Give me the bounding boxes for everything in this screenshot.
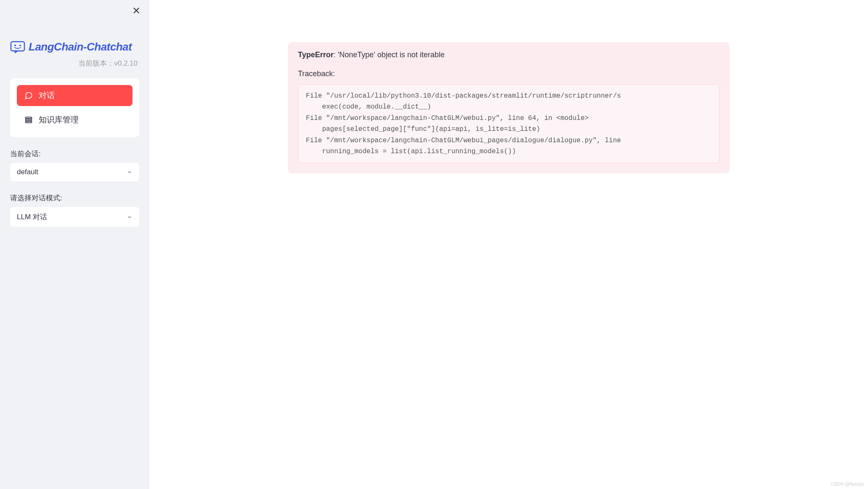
version-info: 当前版本：v0.2.10 bbox=[10, 58, 139, 68]
mode-label: 请选择对话模式: bbox=[10, 193, 139, 203]
error-title: TypeError: 'NoneType' object is not iter… bbox=[298, 50, 719, 59]
svg-point-4 bbox=[19, 45, 21, 46]
svg-rect-6 bbox=[26, 119, 32, 120]
session-select-wrapper: default bbox=[10, 163, 139, 181]
svg-rect-7 bbox=[26, 121, 32, 122]
database-icon bbox=[24, 116, 33, 124]
chat-logo-icon bbox=[10, 41, 25, 53]
app-title: LangChain-Chatchat bbox=[29, 40, 132, 53]
session-select[interactable]: default bbox=[10, 163, 139, 181]
traceback-label: Traceback: bbox=[298, 69, 719, 78]
close-icon bbox=[132, 6, 141, 15]
nav-item-knowledge-base[interactable]: 知识库管理 bbox=[17, 109, 133, 130]
nav-item-chat[interactable]: 对话 bbox=[17, 85, 133, 106]
nav-menu: 对话 知识库管理 bbox=[10, 78, 139, 137]
traceback-code: File "/usr/local/lib/python3.10/dist-pac… bbox=[298, 84, 719, 163]
chat-bubble-icon bbox=[24, 91, 33, 100]
svg-point-3 bbox=[14, 45, 16, 46]
watermark: CSDN @flyeyyy bbox=[831, 481, 864, 486]
error-alert: TypeError: 'NoneType' object is not iter… bbox=[288, 42, 730, 173]
mode-select[interactable]: LLM 对话 bbox=[10, 207, 139, 227]
app-logo: LangChain-Chatchat bbox=[10, 40, 139, 53]
error-type: TypeError bbox=[298, 50, 334, 59]
close-sidebar-button[interactable] bbox=[132, 6, 141, 17]
error-message: : 'NoneType' object is not iterable bbox=[334, 50, 445, 59]
nav-kb-label: 知识库管理 bbox=[39, 114, 79, 125]
svg-rect-2 bbox=[11, 42, 24, 51]
sidebar: LangChain-Chatchat 当前版本：v0.2.10 对话 知识库管理… bbox=[0, 0, 149, 489]
main-content: TypeError: 'NoneType' object is not iter… bbox=[149, 0, 868, 489]
nav-chat-label: 对话 bbox=[39, 90, 55, 101]
session-label: 当前会话: bbox=[10, 149, 139, 159]
mode-select-wrapper: LLM 对话 bbox=[10, 207, 139, 227]
svg-rect-5 bbox=[26, 117, 32, 118]
